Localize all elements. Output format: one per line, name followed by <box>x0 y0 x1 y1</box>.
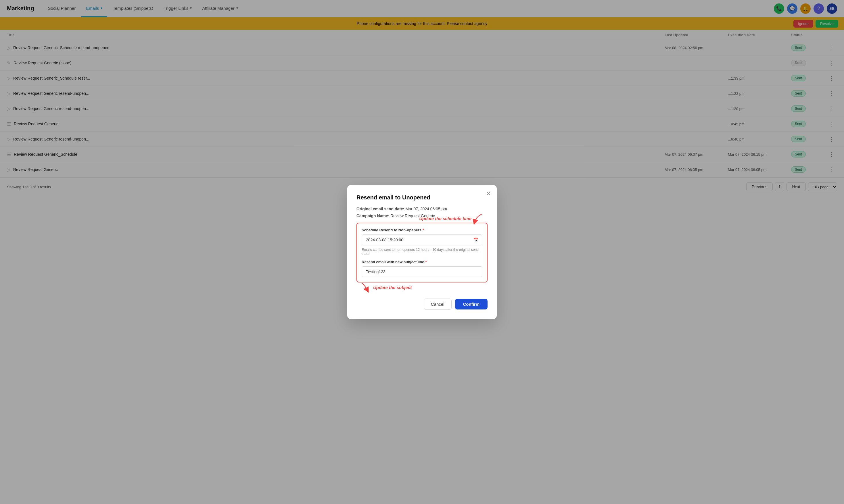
cancel-button[interactable]: Cancel <box>424 299 452 310</box>
annotation-subject-container: Update the subject <box>356 283 488 292</box>
schedule-label: Schedule Resend to Non-openers * <box>362 228 482 232</box>
confirm-button[interactable]: Confirm <box>455 299 488 309</box>
schedule-annotation: Update the schedule time <box>419 214 485 223</box>
schedule-datetime-input[interactable] <box>366 238 473 242</box>
subject-label: Resend email with new subject line * <box>362 260 482 264</box>
modal-footer: Cancel Confirm <box>356 299 488 310</box>
resend-modal: Resend email to Unopened ✕ Original emai… <box>347 185 497 319</box>
subject-arrow-icon <box>359 283 371 292</box>
schedule-datetime-field[interactable]: 📅 <box>362 234 482 246</box>
schedule-help-text: Emails can be sent to non-openers 12 hou… <box>362 248 482 256</box>
original-send-date: Original email send date: Mar 07, 2024 0… <box>356 206 488 211</box>
subject-field[interactable] <box>362 266 482 277</box>
subject-input[interactable] <box>366 270 478 274</box>
schedule-section: Schedule Resend to Non-openers * 📅 Email… <box>356 223 488 283</box>
subject-annotation-text: Update the subject <box>373 285 412 290</box>
modal-overlay: Resend email to Unopened ✕ Original emai… <box>0 0 844 504</box>
modal-title: Resend email to Unopened <box>356 194 488 201</box>
modal-close-button[interactable]: ✕ <box>486 191 491 197</box>
required-star-2: * <box>425 260 427 264</box>
calendar-icon: 📅 <box>473 238 478 242</box>
schedule-arrow-icon <box>473 214 485 223</box>
required-star: * <box>423 228 424 232</box>
